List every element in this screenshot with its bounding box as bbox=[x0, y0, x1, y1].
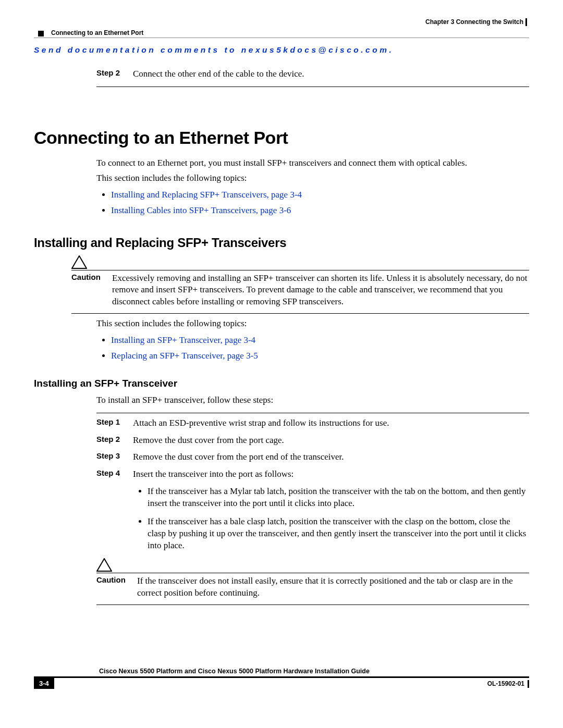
svg-marker-0 bbox=[72, 256, 87, 268]
header-chapter: Chapter 3 Connecting the Switch bbox=[34, 18, 529, 26]
xref-link[interactable]: Replacing an SFP+ Transceiver, page 3-5 bbox=[111, 351, 258, 361]
heading-2: Installing and Replacing SFP+ Transceive… bbox=[34, 236, 529, 250]
paragraph: This section includes the following topi… bbox=[96, 318, 529, 330]
step-label: Step 3 bbox=[96, 451, 133, 463]
caution-text: If the transceiver does not install easi… bbox=[137, 575, 529, 599]
svg-marker-1 bbox=[97, 559, 112, 571]
xref-list-2: Installing an SFP+ Transceiver, page 3-4… bbox=[96, 333, 529, 363]
page-number: 3-4 bbox=[34, 678, 54, 689]
xref-list-1: Installing and Replacing SFP+ Transceive… bbox=[96, 188, 529, 217]
step-text: Connect the other end of the cable to th… bbox=[133, 68, 304, 80]
doc-email-line: Send documentation comments to nexus5kdo… bbox=[34, 45, 529, 55]
xref-link[interactable]: Installing Cables into SFP+ Transceivers… bbox=[111, 205, 291, 215]
step-label: Step 2 bbox=[96, 68, 133, 80]
caution-icon bbox=[96, 558, 112, 572]
page-footer: Cisco Nexus 5500 Platform and Cisco Nexu… bbox=[34, 668, 529, 689]
step-row: Step 4 Insert the transceiver into the p… bbox=[96, 468, 529, 480]
step-label: Step 1 bbox=[96, 417, 133, 429]
step-text: Remove the dust cover from the port cage… bbox=[133, 435, 284, 447]
sub-bullet-list: If the transceiver has a Mylar tab latch… bbox=[133, 486, 529, 552]
list-item: If the transceiver has a Mylar tab latch… bbox=[148, 486, 529, 510]
doc-id: OL-15902-01 bbox=[487, 680, 529, 688]
header-section: Connecting to an Ethernet Port bbox=[38, 29, 529, 36]
caution-block-2: Caution If the transceiver does not inst… bbox=[96, 558, 529, 605]
heading-3: Installing an SFP+ Transceiver bbox=[34, 378, 529, 389]
caution-label: Caution bbox=[71, 273, 112, 309]
paragraph: To connect to an Ethernet port, you must… bbox=[96, 157, 529, 169]
paragraph: This section includes the following topi… bbox=[96, 172, 529, 184]
xref-link[interactable]: Installing and Replacing SFP+ Transceive… bbox=[111, 190, 302, 200]
caution-label: Caution bbox=[96, 575, 137, 599]
heading-1: Connecting to an Ethernet Port bbox=[34, 128, 529, 148]
caution-text: Excessively removing and installing an S… bbox=[112, 273, 529, 309]
step-text: Insert the transceiver into the port as … bbox=[133, 468, 293, 480]
paragraph: To install an SFP+ transceiver, follow t… bbox=[96, 394, 529, 406]
step-text: Remove the dust cover from the port end … bbox=[133, 451, 344, 463]
divider bbox=[96, 413, 529, 413]
step-label: Step 4 bbox=[96, 468, 133, 480]
divider bbox=[96, 87, 529, 87]
list-item: If the transceiver has a bale clasp latc… bbox=[148, 516, 529, 552]
footer-doc-title: Cisco Nexus 5500 Platform and Cisco Nexu… bbox=[99, 668, 529, 675]
step-row: Step 1 Attach an ESD-preventive wrist st… bbox=[96, 417, 529, 429]
caution-icon bbox=[71, 255, 87, 269]
step-label: Step 2 bbox=[96, 435, 133, 447]
caution-block-1: Caution Excessively removing and install… bbox=[71, 255, 529, 314]
step-text: Attach an ESD-preventive wrist strap and… bbox=[133, 417, 389, 429]
top-step-row: Step 2 Connect the other end of the cabl… bbox=[96, 68, 529, 80]
step-row: Step 2 Remove the dust cover from the po… bbox=[96, 435, 529, 447]
step-row: Step 3 Remove the dust cover from the po… bbox=[96, 451, 529, 463]
xref-link[interactable]: Installing an SFP+ Transceiver, page 3-4 bbox=[111, 335, 255, 345]
